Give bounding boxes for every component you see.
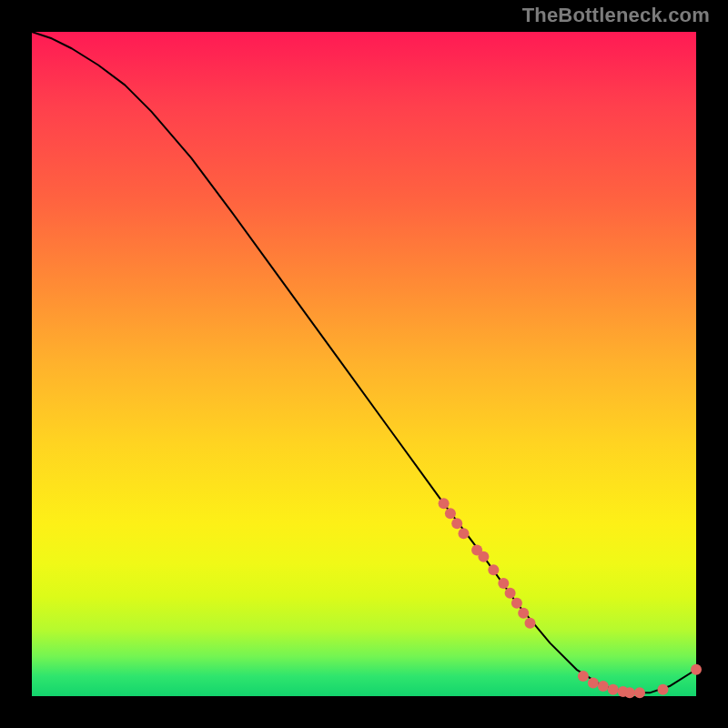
- data-marker: [598, 681, 609, 692]
- data-marker: [451, 518, 462, 529]
- data-marker: [518, 608, 529, 619]
- bottleneck-curve: [32, 32, 696, 693]
- data-marker: [505, 588, 516, 599]
- data-markers: [439, 498, 702, 698]
- data-marker: [525, 618, 536, 629]
- data-marker: [439, 498, 450, 509]
- data-marker: [578, 671, 589, 682]
- data-marker: [634, 687, 645, 698]
- data-marker: [459, 528, 470, 539]
- data-marker: [588, 677, 599, 688]
- plot-area: [32, 32, 696, 696]
- data-marker: [658, 684, 669, 695]
- attribution-label: TheBottleneck.com: [522, 4, 710, 27]
- data-marker: [691, 664, 702, 675]
- chart-overlay: [32, 32, 696, 696]
- data-marker: [445, 508, 456, 519]
- chart-frame: TheBottleneck.com: [0, 0, 728, 728]
- data-marker: [624, 687, 635, 698]
- data-marker: [498, 578, 509, 589]
- data-marker: [608, 684, 619, 695]
- data-marker: [478, 551, 489, 562]
- data-marker: [488, 564, 499, 575]
- data-marker: [511, 598, 522, 609]
